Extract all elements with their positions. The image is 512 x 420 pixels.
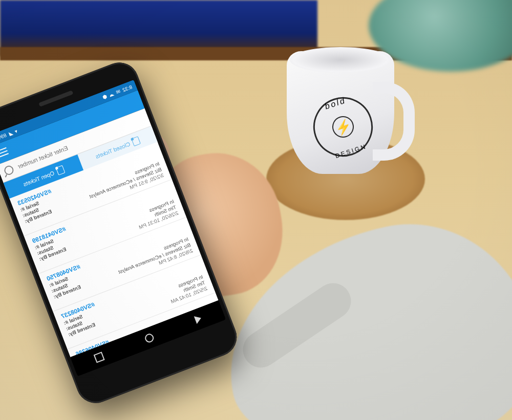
- back-icon[interactable]: [194, 314, 203, 324]
- battery-percent: 89%: [0, 132, 7, 141]
- status-time: 8:32: [121, 84, 133, 93]
- ticket-icon: [55, 165, 65, 175]
- notification-icon: ☁: [108, 91, 115, 98]
- recents-icon[interactable]: [94, 351, 105, 363]
- coffee-mug: bold ⚡ DESIGN: [287, 51, 415, 184]
- bolt-icon: ⚡: [330, 114, 357, 141]
- photo-scene: bold ⚡ DESIGN 8:32 ✉ ☁ ⬢ ▾: [0, 0, 512, 420]
- home-icon[interactable]: [144, 332, 155, 343]
- ticket-icon: [131, 136, 141, 146]
- notification-icon: ✉: [115, 89, 121, 95]
- notification-icon: ⬢: [101, 94, 108, 100]
- search-icon[interactable]: [3, 164, 15, 176]
- hamburger-menu-icon[interactable]: [0, 147, 9, 158]
- signal-icon: ◢: [8, 129, 13, 136]
- wifi-icon: ▾: [14, 128, 18, 134]
